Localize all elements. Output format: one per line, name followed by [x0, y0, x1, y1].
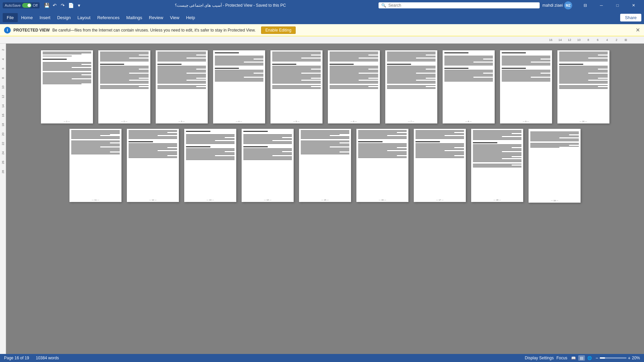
page-thumb[interactable]: — 1 — [41, 50, 93, 123]
vruler-8: 8 [1, 73, 5, 83]
page-thumb[interactable]: — 6 — [328, 50, 380, 123]
zoom-out-button[interactable]: − [596, 355, 598, 361]
page-thumb[interactable]: — 18 — [471, 129, 523, 202]
page-thumb[interactable]: — 4 — [213, 50, 265, 123]
menu-file[interactable]: File [3, 13, 18, 22]
vertical-ruler: 2 4 6 8 10 12 14 16 18 20 22 24 26 28 [0, 44, 6, 354]
page-number-label: — 6 — [351, 120, 357, 122]
page-number-label: — 11 — [92, 199, 99, 201]
main-area: 2 4 6 8 10 12 14 16 18 20 22 24 26 28 — … [0, 44, 644, 354]
vruler-6: 6 [1, 64, 5, 73]
search-box[interactable]: 🔍 [379, 2, 540, 8]
ruler-end-icon: ⊞ [621, 38, 631, 42]
vruler-12: 12 [1, 92, 5, 101]
undo-icon[interactable]: ↶ [52, 2, 58, 8]
word-count: 10384 words [36, 356, 59, 360]
autosave-toggle[interactable] [22, 3, 32, 8]
page-number-label: — 4 — [236, 120, 242, 122]
focus-button[interactable]: Focus [556, 356, 567, 360]
protected-close-icon[interactable]: ✕ [636, 27, 640, 33]
vruler-4: 4 [1, 54, 5, 64]
page-thumb[interactable]: — 7 — [385, 50, 437, 123]
menu-layout[interactable]: Layout [74, 13, 94, 22]
vruler-24: 24 [1, 148, 5, 158]
vruler-10: 10 [1, 83, 5, 92]
vruler-26: 26 [1, 158, 5, 167]
protected-shield-icon: i [4, 27, 11, 34]
enable-editing-button[interactable]: Enable Editing [261, 27, 296, 34]
title-bar: AutoSave Off 💾 ↶ ↷ 📄 ▾ آسیب های اجتماعی … [0, 0, 644, 11]
menu-home[interactable]: Home [18, 13, 36, 22]
read-mode-icon[interactable]: 📖 [570, 355, 577, 361]
menu-bar: File Home Insert Design Layout Reference… [0, 11, 644, 24]
vruler-14: 14 [1, 101, 5, 111]
zoom-in-button[interactable]: + [628, 355, 631, 361]
display-settings-button[interactable]: Display Settings [525, 356, 554, 360]
protected-label: PROTECTED VIEW [13, 28, 50, 33]
new-doc-icon[interactable]: 📄 [68, 2, 74, 8]
zoom-level: 20% [632, 356, 640, 360]
menu-view[interactable]: View [166, 13, 183, 22]
page-thumb[interactable]: — 3 — [156, 50, 208, 123]
protected-message: Be careful—files from the Internet can c… [52, 28, 256, 33]
vruler-16: 16 [1, 111, 5, 120]
page-number-label: — 1 — [64, 120, 70, 122]
status-bar-right: Display Settings Focus 📖 ▤ 🌐 − + 20% [525, 355, 640, 361]
page-thumb[interactable]: — 16 — [356, 129, 408, 202]
minimize-button[interactable]: ─ [594, 0, 609, 11]
menu-help[interactable]: Help [183, 13, 198, 22]
search-input[interactable] [388, 3, 537, 8]
autosave-label: AutoSave [5, 3, 21, 7]
page-thumb[interactable]: — 17 — [414, 129, 466, 202]
autosave-control[interactable]: AutoSave Off [3, 2, 40, 8]
zoom-slider-fill [600, 357, 605, 359]
menu-mailings[interactable]: Mailings [123, 13, 146, 22]
share-button[interactable]: Share [620, 14, 641, 21]
vruler-20: 20 [1, 130, 5, 139]
maximize-button[interactable]: □ [610, 0, 625, 11]
page-number-label: — 12 — [149, 199, 156, 201]
user-info[interactable]: mahdi ziaei MZ [542, 1, 572, 9]
page-thumb[interactable]: — 13 — [184, 129, 236, 202]
menu-review[interactable]: Review [146, 13, 167, 22]
page-thumb[interactable]: — 11 — [69, 129, 121, 202]
zoom-control: − + 20% [596, 355, 640, 361]
zoom-slider[interactable] [600, 357, 627, 359]
page-thumb[interactable]: — 14 — [242, 129, 294, 202]
page-thumb[interactable]: — 9 — [500, 50, 552, 123]
print-layout-icon[interactable]: ▤ [578, 355, 585, 361]
page-number-label: — 19 — [551, 200, 558, 202]
title-bar-right: mahdi ziaei MZ ⊟ ─ □ ✕ [542, 0, 641, 11]
document-area[interactable]: — 1 —— 2 —— 3 —— 4 —— 5 —— 6 —— 7 —— 8 —… [6, 44, 644, 354]
page-thumb[interactable]: — 2 — [98, 50, 150, 123]
vertical-ruler-numbers: 2 4 6 8 10 12 14 16 18 20 22 24 26 28 [1, 45, 5, 176]
page-number-label: — 18 — [493, 199, 501, 201]
quick-access-toolbar: 💾 ↶ ↷ 📄 ▾ [44, 2, 82, 8]
close-button[interactable]: ✕ [626, 0, 641, 11]
page-number-label: — 14 — [264, 199, 271, 201]
document-title: آسیب های اجتماعی چیست؟ - Protected View … [82, 3, 379, 8]
page-thumb[interactable]: — 8 — [443, 50, 495, 123]
page-thumb[interactable]: — 19 — [529, 129, 581, 203]
user-name: mahdi ziaei [542, 3, 563, 8]
ruler-num-6: 6 [593, 38, 602, 42]
ribbon-toggle-icon[interactable]: ⊟ [578, 0, 593, 11]
redo-icon[interactable]: ↷ [60, 2, 66, 8]
save-icon[interactable]: 💾 [44, 2, 50, 8]
menu-design[interactable]: Design [54, 13, 74, 22]
menu-insert[interactable]: Insert [36, 13, 54, 22]
page-number-label: — 16 — [379, 199, 386, 201]
page-thumb[interactable]: — 12 — [127, 129, 179, 202]
ruler-num-12: 12 [565, 38, 574, 42]
customize-icon[interactable]: ▾ [76, 2, 82, 8]
autosave-state: Off [33, 3, 38, 7]
page-number-label: — 8 — [465, 120, 472, 122]
page-thumb[interactable]: — 5 — [270, 50, 323, 123]
menu-references[interactable]: References [94, 13, 123, 22]
page-number-label: — 3 — [179, 120, 185, 122]
web-layout-icon[interactable]: 🌐 [586, 355, 593, 361]
ruler-numbers: 16 14 12 10 8 6 4 2 ⊞ [13, 38, 631, 42]
page-thumb[interactable]: — 15 — [299, 129, 351, 202]
page-number-label: — 2 — [121, 120, 128, 122]
page-thumb[interactable]: — 10 — [557, 50, 609, 123]
